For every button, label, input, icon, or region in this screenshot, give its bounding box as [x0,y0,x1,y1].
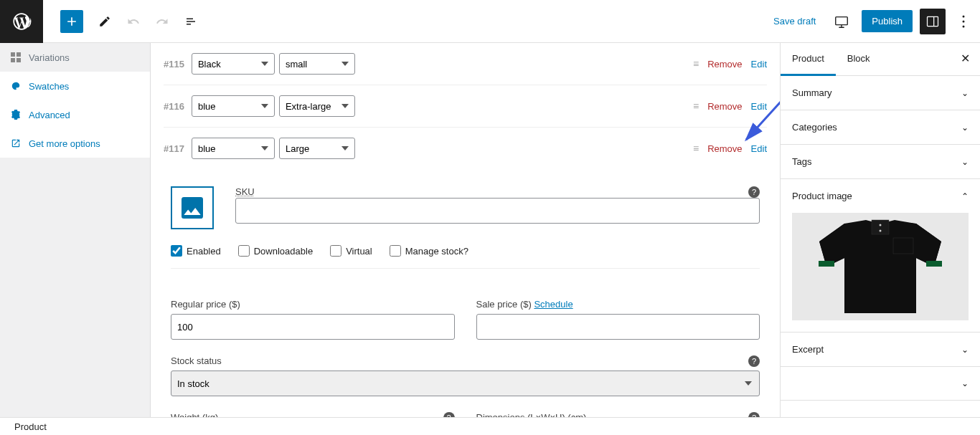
virtual-checkbox[interactable]: Virtual [330,245,372,257]
attribute-2-select[interactable]: small [279,53,355,75]
chevron-down-icon: ⌄ [961,345,969,355]
wordpress-logo[interactable] [0,0,43,43]
downloadable-checkbox[interactable]: Downloadable [238,245,313,257]
attribute-2-select[interactable]: Extra-large [279,95,355,117]
enabled-checkbox[interactable]: Enabled [171,245,221,257]
sidebar-item-label: Advanced [29,110,70,120]
svg-rect-12 [819,261,834,267]
tab-product[interactable]: Product [781,43,836,76]
svg-point-4 [963,20,965,22]
sku-input[interactable] [235,198,760,224]
panel-categories[interactable]: Categories⌄ [781,110,980,145]
sidebar-item-get-more-options[interactable]: Get more options [0,129,150,158]
drag-handle-icon[interactable]: ≡ [693,100,699,112]
variation-row: #116 blue Extra-large ≡ Remove Edit [164,85,767,128]
wordpress-icon [11,11,32,32]
edit-variation-link[interactable]: Edit [751,59,767,70]
svg-rect-0 [836,16,848,24]
svg-point-16 [880,230,882,232]
schedule-link[interactable]: Schedule [534,299,573,310]
help-icon[interactable]: ? [748,186,760,198]
redo-button[interactable] [149,9,175,34]
panel-excerpt[interactable]: Excerpt⌄ [781,333,980,367]
variation-row[interactable]: #117 blue Large ≡ Remove Edit [164,128,767,169]
sidebar-item-label: Swatches [29,81,69,92]
grid-icon [10,52,22,63]
weight-label: Weight (kg) [171,412,455,417]
breadcrumb[interactable]: Product [14,421,47,432]
sidebar-icon [925,14,940,29]
row-actions: ≡ Remove Edit [693,100,767,112]
edit-variation-link[interactable]: Edit [751,143,767,154]
image-placeholder-icon [178,193,207,222]
gear-icon [10,109,22,120]
variation-row: #115 Black small ≡ Remove Edit [164,43,767,85]
stock-status-select[interactable]: In stock [171,371,760,396]
sidebar-toggle-button[interactable] [920,9,946,34]
help-icon[interactable]: ? [748,355,760,367]
sidebar-item-label: Variations [29,52,70,63]
undo-button[interactable] [121,9,146,34]
preview-button[interactable] [829,9,854,34]
panel-collapsed[interactable]: ⌄ [781,367,980,401]
svg-rect-9 [17,58,21,62]
dots-vertical-icon [962,15,965,28]
variation-id: #117 [164,143,184,154]
remove-variation-link[interactable]: Remove [707,101,742,112]
shirt-image [809,216,952,317]
row-actions: ≡ Remove Edit [693,58,767,70]
product-image-thumbnail[interactable] [792,213,969,320]
sidebar-item-variations[interactable]: Variations [0,43,150,72]
variation-image-upload[interactable] [171,186,214,229]
remove-variation-link[interactable]: Remove [707,59,742,70]
chevron-down-icon: ⌄ [961,123,969,133]
product-data-sidebar: Variations Swatches Advanced Get more op… [0,43,151,417]
remove-variation-link[interactable]: Remove [707,143,742,154]
attribute-1-select[interactable]: blue [192,138,275,159]
panel-tags[interactable]: Tags⌄ [781,145,980,179]
sidebar-item-label: Get more options [29,138,100,149]
drag-handle-icon[interactable]: ≡ [693,58,699,70]
svg-rect-14 [872,220,889,234]
sale-price-label: Sale price ($) Schedule [476,299,760,310]
help-icon[interactable]: ? [443,412,455,417]
chevron-down-icon: ⌄ [961,378,969,388]
chevron-down-icon: ⌄ [961,157,969,167]
options-button[interactable] [953,9,974,34]
sale-price-input[interactable] [476,314,760,340]
svg-point-5 [963,25,965,27]
sidebar-item-swatches[interactable]: Swatches [0,72,150,100]
pencil-icon [98,15,111,28]
dimensions-label: Dimensions (L×W×H) (cm) [476,412,760,417]
sidebar-item-advanced[interactable]: Advanced [0,100,150,129]
close-sidebar-button[interactable]: ✕ [951,43,980,75]
list-icon [184,15,197,28]
redo-icon [156,15,169,28]
edit-variation-link[interactable]: Edit [751,101,767,112]
sku-label: SKU [235,186,255,198]
svg-rect-8 [11,58,15,62]
regular-price-input[interactable] [171,314,455,340]
publish-button[interactable]: Publish [862,10,913,32]
attribute-1-select[interactable]: Black [192,53,275,75]
editor-topbar: Save draft Publish [0,0,980,43]
settings-sidebar: Product Block ✕ Summary⌄ Categories⌄ Tag… [780,43,980,417]
save-draft-button[interactable]: Save draft [768,10,821,32]
tab-block[interactable]: Block [836,43,882,75]
svg-rect-7 [17,52,21,57]
variation-detail-panel: ? SKU Enabled Downloadable Virtual Manag… [164,169,767,417]
variations-content: #115 Black small ≡ Remove Edit #116 blue… [151,43,780,417]
topbar-right: Save draft Publish [768,9,980,34]
document-outline-button[interactable] [178,9,204,34]
manage-stock-checkbox[interactable]: Manage stock? [390,245,468,257]
panel-product-image: Product image⌃ [781,179,980,333]
panel-summary[interactable]: Summary⌄ [781,76,980,110]
variation-id: #116 [164,101,184,112]
add-block-button[interactable] [60,10,83,33]
tools-button[interactable] [92,9,118,34]
drag-handle-icon[interactable]: ≡ [693,143,699,154]
variation-id: #115 [164,59,184,70]
attribute-1-select[interactable]: blue [192,95,275,117]
topbar-left [0,0,204,42]
attribute-2-select[interactable]: Large [279,138,355,159]
